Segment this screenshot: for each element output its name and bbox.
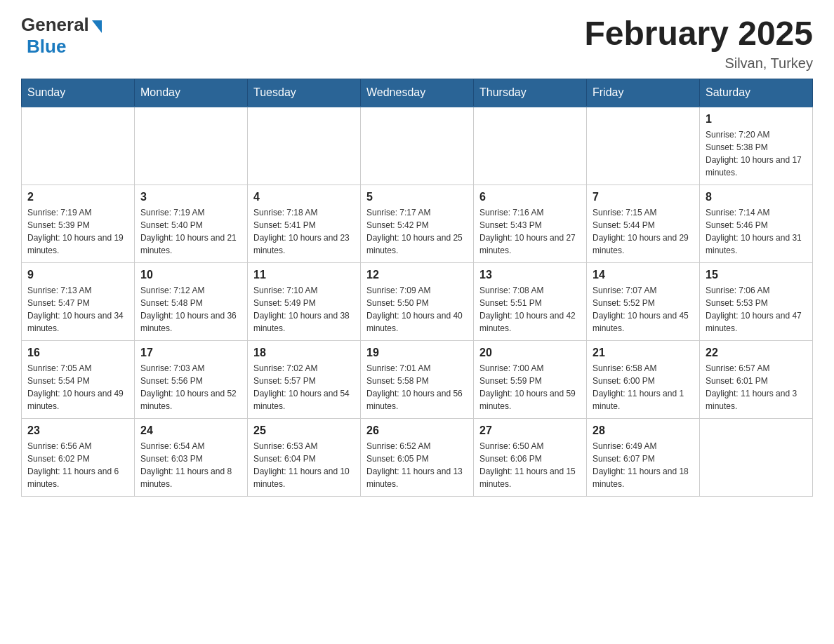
day-info: Sunrise: 7:18 AM Sunset: 5:41 PM Dayligh… [253,206,355,257]
day-info: Sunrise: 7:16 AM Sunset: 5:43 PM Dayligh… [479,206,581,257]
calendar-cell: 1Sunrise: 7:20 AM Sunset: 5:38 PM Daylig… [700,107,813,185]
day-info: Sunrise: 7:07 AM Sunset: 5:52 PM Dayligh… [593,284,694,335]
day-number: 11 [253,269,355,281]
calendar-cell: 3Sunrise: 7:19 AM Sunset: 5:40 PM Daylig… [135,185,248,263]
calendar-week-row: 9Sunrise: 7:13 AM Sunset: 5:47 PM Daylig… [22,263,813,341]
day-number: 25 [253,424,355,437]
day-number: 12 [366,269,468,281]
calendar-cell: 24Sunrise: 6:54 AM Sunset: 6:03 PM Dayli… [135,419,248,497]
day-number: 26 [366,424,468,437]
calendar-cell: 22Sunrise: 6:57 AM Sunset: 6:01 PM Dayli… [700,341,813,419]
day-info: Sunrise: 7:14 AM Sunset: 5:46 PM Dayligh… [706,206,807,257]
day-info: Sunrise: 7:20 AM Sunset: 5:38 PM Dayligh… [706,128,807,179]
calendar-cell: 4Sunrise: 7:18 AM Sunset: 5:41 PM Daylig… [248,185,361,263]
day-number: 13 [479,269,581,281]
calendar-cell [361,107,474,185]
day-info: Sunrise: 7:00 AM Sunset: 5:59 PM Dayligh… [479,362,581,412]
calendar-cell: 6Sunrise: 7:16 AM Sunset: 5:43 PM Daylig… [474,185,587,263]
day-info: Sunrise: 7:06 AM Sunset: 5:53 PM Dayligh… [706,284,807,335]
day-info: Sunrise: 6:50 AM Sunset: 6:06 PM Dayligh… [479,440,581,490]
day-info: Sunrise: 7:19 AM Sunset: 5:40 PM Dayligh… [140,206,241,257]
day-number: 19 [366,347,468,359]
weekday-header-saturday: Saturday [700,79,813,107]
weekday-header-wednesday: Wednesday [361,79,474,107]
calendar-cell: 5Sunrise: 7:17 AM Sunset: 5:42 PM Daylig… [361,185,474,263]
calendar-cell [587,107,700,185]
day-info: Sunrise: 7:17 AM Sunset: 5:42 PM Dayligh… [366,206,468,257]
day-number: 24 [140,424,241,437]
calendar-cell [248,107,361,185]
calendar-cell: 9Sunrise: 7:13 AM Sunset: 5:47 PM Daylig… [22,263,135,341]
calendar-cell: 15Sunrise: 7:06 AM Sunset: 5:53 PM Dayli… [700,263,813,341]
day-number: 3 [140,191,241,203]
day-info: Sunrise: 6:57 AM Sunset: 6:01 PM Dayligh… [706,362,807,412]
weekday-header-sunday: Sunday [22,79,135,107]
day-info: Sunrise: 7:08 AM Sunset: 5:51 PM Dayligh… [479,284,581,335]
day-number: 7 [593,191,694,203]
logo: General Blue [21,14,102,58]
day-info: Sunrise: 7:09 AM Sunset: 5:50 PM Dayligh… [366,284,468,335]
day-info: Sunrise: 7:10 AM Sunset: 5:49 PM Dayligh… [253,284,355,335]
calendar-cell: 28Sunrise: 6:49 AM Sunset: 6:07 PM Dayli… [587,419,700,497]
calendar-cell [700,419,813,497]
calendar-week-row: 16Sunrise: 7:05 AM Sunset: 5:54 PM Dayli… [22,341,813,419]
day-info: Sunrise: 6:58 AM Sunset: 6:00 PM Dayligh… [593,362,694,412]
day-info: Sunrise: 7:05 AM Sunset: 5:54 PM Dayligh… [27,362,128,412]
day-info: Sunrise: 6:52 AM Sunset: 6:05 PM Dayligh… [366,440,468,490]
logo-general-text: General [21,14,89,36]
day-number: 10 [140,269,241,281]
month-title: February 2025 [584,14,813,53]
day-number: 16 [27,347,128,359]
day-number: 17 [140,347,241,359]
day-info: Sunrise: 6:54 AM Sunset: 6:03 PM Dayligh… [140,440,241,490]
calendar-cell: 25Sunrise: 6:53 AM Sunset: 6:04 PM Dayli… [248,419,361,497]
day-number: 28 [593,424,694,437]
day-info: Sunrise: 7:15 AM Sunset: 5:44 PM Dayligh… [593,206,694,257]
day-info: Sunrise: 6:49 AM Sunset: 6:07 PM Dayligh… [593,440,694,490]
calendar-cell: 23Sunrise: 6:56 AM Sunset: 6:02 PM Dayli… [22,419,135,497]
day-number: 2 [27,191,128,203]
weekday-header-friday: Friday [587,79,700,107]
calendar-cell: 27Sunrise: 6:50 AM Sunset: 6:06 PM Dayli… [474,419,587,497]
calendar-cell: 13Sunrise: 7:08 AM Sunset: 5:51 PM Dayli… [474,263,587,341]
calendar-cell: 10Sunrise: 7:12 AM Sunset: 5:48 PM Dayli… [135,263,248,341]
calendar-cell: 17Sunrise: 7:03 AM Sunset: 5:56 PM Dayli… [135,341,248,419]
calendar-cell [135,107,248,185]
weekday-header-tuesday: Tuesday [248,79,361,107]
calendar-cell: 14Sunrise: 7:07 AM Sunset: 5:52 PM Dayli… [587,263,700,341]
calendar-cell [22,107,135,185]
weekday-header-monday: Monday [135,79,248,107]
calendar-week-row: 2Sunrise: 7:19 AM Sunset: 5:39 PM Daylig… [22,185,813,263]
day-info: Sunrise: 7:19 AM Sunset: 5:39 PM Dayligh… [27,206,128,257]
day-number: 4 [253,191,355,203]
day-info: Sunrise: 6:56 AM Sunset: 6:02 PM Dayligh… [27,440,128,490]
day-number: 20 [479,347,581,359]
day-number: 21 [593,347,694,359]
day-info: Sunrise: 7:13 AM Sunset: 5:47 PM Dayligh… [27,284,128,335]
day-number: 1 [706,113,807,126]
calendar-table: SundayMondayTuesdayWednesdayThursdayFrid… [21,79,813,497]
calendar-cell: 7Sunrise: 7:15 AM Sunset: 5:44 PM Daylig… [587,185,700,263]
day-info: Sunrise: 7:02 AM Sunset: 5:57 PM Dayligh… [253,362,355,412]
calendar-cell: 11Sunrise: 7:10 AM Sunset: 5:49 PM Dayli… [248,263,361,341]
calendar-week-row: 1Sunrise: 7:20 AM Sunset: 5:38 PM Daylig… [22,107,813,185]
day-info: Sunrise: 7:03 AM Sunset: 5:56 PM Dayligh… [140,362,241,412]
day-number: 8 [706,191,807,203]
day-number: 23 [27,424,128,437]
location-text: Silvan, Turkey [584,55,813,72]
weekday-header-row: SundayMondayTuesdayWednesdayThursdayFrid… [22,79,813,107]
day-number: 15 [706,269,807,281]
title-area: February 2025 Silvan, Turkey [584,14,813,72]
calendar-week-row: 23Sunrise: 6:56 AM Sunset: 6:02 PM Dayli… [22,419,813,497]
logo-arrow-icon [92,20,102,33]
day-number: 6 [479,191,581,203]
calendar-cell: 26Sunrise: 6:52 AM Sunset: 6:05 PM Dayli… [361,419,474,497]
calendar-cell: 12Sunrise: 7:09 AM Sunset: 5:50 PM Dayli… [361,263,474,341]
day-number: 9 [27,269,128,281]
calendar-cell [474,107,587,185]
day-number: 14 [593,269,694,281]
calendar-cell: 21Sunrise: 6:58 AM Sunset: 6:00 PM Dayli… [587,341,700,419]
day-number: 18 [253,347,355,359]
calendar-cell: 2Sunrise: 7:19 AM Sunset: 5:39 PM Daylig… [22,185,135,263]
weekday-header-thursday: Thursday [474,79,587,107]
